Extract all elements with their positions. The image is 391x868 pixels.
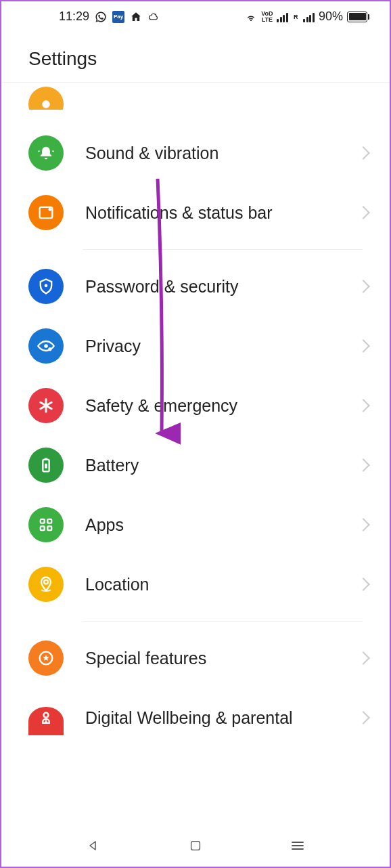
svg-point-14 <box>44 713 49 718</box>
chevron-right-icon <box>356 518 370 531</box>
location-pin-icon <box>28 567 64 602</box>
battery-icon <box>347 12 369 22</box>
item-label: Special features <box>85 647 359 670</box>
settings-item-password[interactable]: Password & security <box>1 257 390 316</box>
wifi-icon <box>245 11 257 23</box>
battery-item-icon <box>28 448 64 483</box>
item-label: Safety & emergency <box>85 395 359 417</box>
settings-item-notifications[interactable]: Notifications & status bar <box>1 183 390 242</box>
settings-item-location[interactable]: Location <box>1 555 390 614</box>
privacy-eye-icon <box>28 328 64 364</box>
settings-item-wellbeing[interactable]: Digital Wellbeing & parental <box>1 688 390 747</box>
svg-point-0 <box>42 100 50 108</box>
item-label: Apps <box>85 514 359 536</box>
chevron-right-icon <box>356 578 370 591</box>
settings-item-privacy[interactable]: Privacy <box>1 316 390 376</box>
cloud-icon <box>147 11 160 23</box>
svg-rect-8 <box>45 464 47 469</box>
signal-bars-2 <box>303 12 315 22</box>
settings-item-display[interactable] <box>1 83 390 110</box>
chevron-right-icon <box>356 339 370 353</box>
settings-item-sound[interactable]: Sound & vibration <box>1 123 390 183</box>
svg-point-4 <box>44 344 48 348</box>
nav-recent-button[interactable] <box>289 837 306 854</box>
svg-rect-11 <box>41 526 45 530</box>
navigation-bar <box>1 830 390 861</box>
item-label: Notifications & status bar <box>85 202 359 224</box>
svg-point-2 <box>49 208 52 211</box>
status-time: 11:29 <box>59 9 89 24</box>
battery-percent: 90% <box>319 9 343 24</box>
settings-item-special[interactable]: Special features <box>1 628 390 688</box>
settings-item-safety[interactable]: Safety & emergency <box>1 376 390 435</box>
settings-item-apps[interactable]: Apps <box>1 495 390 555</box>
display-icon <box>28 87 64 110</box>
chevron-right-icon <box>356 146 370 160</box>
group-divider <box>83 249 363 250</box>
svg-rect-9 <box>41 519 45 523</box>
whatsapp-icon <box>95 11 107 23</box>
settings-item-battery[interactable]: Battery <box>1 435 390 495</box>
person-heart-icon <box>28 707 64 735</box>
chevron-right-icon <box>356 458 370 472</box>
chevron-right-icon <box>356 206 370 219</box>
asterisk-icon <box>28 388 64 423</box>
status-bar-icon <box>28 195 64 230</box>
volte-icon: VoDLTE <box>261 11 273 22</box>
svg-rect-10 <box>47 519 51 523</box>
bell-icon <box>28 135 64 171</box>
nav-home-button[interactable] <box>187 837 204 854</box>
apps-grid-icon <box>28 507 64 542</box>
svg-rect-15 <box>191 842 200 850</box>
chevron-right-icon <box>356 711 370 724</box>
chevron-right-icon <box>356 399 370 412</box>
group-divider <box>83 621 363 622</box>
star-circle-icon <box>28 641 64 676</box>
nav-back-button[interactable] <box>85 837 102 854</box>
item-label: Privacy <box>85 335 359 357</box>
header: Settings <box>1 29 390 82</box>
item-label: Password & security <box>85 276 359 298</box>
page-title: Settings <box>28 48 363 70</box>
shield-icon <box>28 269 64 304</box>
svg-rect-7 <box>45 458 48 460</box>
paytm-icon: Pay <box>112 11 124 23</box>
settings-list: Sound & vibration Notifications & status… <box>1 83 390 747</box>
status-bar: 11:29 Pay VoDLTE R 90% <box>1 1 390 29</box>
chevron-right-icon <box>356 280 370 293</box>
svg-rect-12 <box>47 526 51 530</box>
item-label: Location <box>85 573 359 596</box>
item-label: Battery <box>85 454 359 477</box>
chevron-right-icon <box>356 651 370 665</box>
signal-bars-1 <box>277 12 288 22</box>
home-icon <box>130 11 142 23</box>
roaming-r: R <box>294 14 298 20</box>
item-label: Sound & vibration <box>85 142 359 165</box>
svg-point-5 <box>48 347 51 351</box>
item-label: Digital Wellbeing & parental <box>85 707 359 729</box>
svg-point-3 <box>45 284 48 288</box>
